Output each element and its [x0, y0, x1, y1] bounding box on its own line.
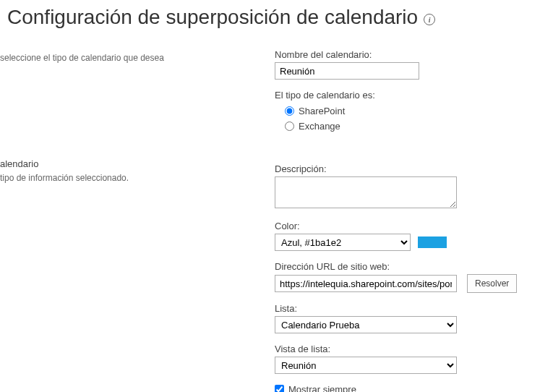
calendar-name-input[interactable]: [275, 62, 419, 80]
radio-sharepoint-label: SharePoint: [299, 106, 345, 116]
section-label-calendar: alendario: [0, 158, 253, 169]
page-title-text: Configuración de superposición de calend…: [7, 6, 418, 29]
view-label: Vista de lista:: [275, 344, 553, 354]
description-textarea[interactable]: [275, 176, 457, 208]
info-icon[interactable]: i: [424, 14, 435, 25]
view-select[interactable]: Reunión: [275, 357, 457, 374]
color-swatch: [418, 237, 447, 248]
radio-exchange-label: Exchange: [299, 121, 340, 132]
help-text-calendar-type: seleccione el tipo de calendario que des…: [0, 52, 253, 64]
always-show-label: Mostrar siempre: [288, 384, 356, 392]
url-input[interactable]: [275, 275, 457, 292]
resolve-button[interactable]: Resolver: [467, 274, 517, 293]
page-title: Configuración de superposición de calend…: [0, 0, 553, 46]
always-show-checkbox[interactable]: [275, 385, 284, 392]
list-label: Lista:: [275, 303, 553, 314]
radio-sharepoint[interactable]: [285, 106, 294, 116]
color-select[interactable]: Azul, #1ba1e2: [275, 234, 411, 251]
calendar-name-label: Nombre del calendario:: [275, 49, 553, 60]
help-text-info-type: tipo de información seleccionado.: [0, 172, 253, 184]
list-select[interactable]: Calendario Prueba: [275, 316, 457, 333]
color-label: Color:: [275, 221, 553, 231]
url-label: Dirección URL de sitio web:: [275, 261, 553, 272]
calendar-type-label: El tipo de calendario es:: [275, 90, 553, 101]
description-label: Descripción:: [275, 163, 553, 174]
radio-exchange[interactable]: [285, 122, 294, 131]
